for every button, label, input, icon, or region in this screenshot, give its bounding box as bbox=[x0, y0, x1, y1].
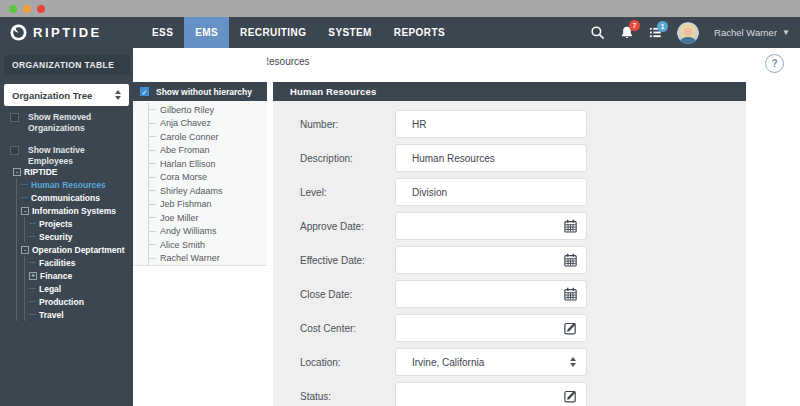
help-button[interactable]: ? bbox=[765, 54, 784, 73]
employee-name: Rachel Warner bbox=[160, 253, 220, 263]
nav-tab-system[interactable]: SYSTEM bbox=[317, 17, 383, 48]
employee-name: Carole Conner bbox=[160, 132, 219, 142]
tree-item-facilities[interactable]: Facilities bbox=[29, 256, 133, 269]
field-label-description: Description: bbox=[300, 153, 353, 164]
employee-item-harlan-ellison[interactable]: Harlan Ellison bbox=[149, 157, 267, 171]
employee-item-carole-conner[interactable]: Carole Conner bbox=[149, 130, 267, 144]
user-name: Rachel Warner bbox=[714, 27, 777, 38]
filter-show-without-hierarchy[interactable]: ✓ Show without hierarchy bbox=[133, 82, 267, 101]
field-label-close-date: Close Date: bbox=[300, 289, 352, 300]
employee-item-joe-miller[interactable]: Joe Miller bbox=[149, 211, 267, 225]
collapse-icon[interactable]: - bbox=[21, 246, 29, 254]
tree-item-label: Facilities bbox=[39, 258, 75, 268]
field-row-description: Description:Human Resources bbox=[273, 144, 746, 172]
calendar-icon[interactable] bbox=[563, 253, 578, 268]
nav-tab-recruiting[interactable]: RECRUITING bbox=[229, 17, 317, 48]
organization-view-select[interactable]: Organization Tree bbox=[4, 84, 129, 106]
nav-tab-reports[interactable]: REPORTS bbox=[383, 17, 456, 48]
employee-item-shirley-adaams[interactable]: Shirley Adaams bbox=[149, 184, 267, 198]
brand-name: RIPTIDE bbox=[33, 25, 102, 40]
tree-item-label: Production bbox=[39, 297, 84, 307]
employee-item-cora-morse[interactable]: Cora Morse bbox=[149, 171, 267, 185]
tree-item-legal[interactable]: Legal bbox=[29, 282, 133, 295]
tree-item-riptide[interactable]: -RIPTIDE bbox=[13, 165, 133, 178]
checkbox-unchecked-icon[interactable] bbox=[10, 146, 19, 155]
input-number[interactable]: HR bbox=[395, 110, 587, 138]
input-cost-center[interactable] bbox=[395, 314, 587, 342]
tree-node: Travel bbox=[29, 308, 133, 321]
tree-item-finance[interactable]: +Finance bbox=[29, 269, 133, 282]
employee-item-gilberto-riley[interactable]: Gilberto Riley bbox=[149, 103, 267, 117]
field-label-status: Status: bbox=[300, 391, 331, 402]
window-light-green[interactable] bbox=[9, 5, 17, 13]
sidebar-title: ORGANIZATION TABLE bbox=[4, 55, 130, 75]
input-approve-date[interactable] bbox=[395, 212, 587, 240]
field-value: Division bbox=[412, 187, 447, 198]
tree-node: Facilities bbox=[29, 256, 133, 269]
nav-tab-ems[interactable]: EMS bbox=[184, 17, 229, 48]
tree-item-label: Finance bbox=[40, 271, 72, 281]
select-arrows-icon bbox=[570, 357, 576, 367]
search-icon[interactable] bbox=[590, 25, 605, 40]
employee-list: Gilberto RileyAnja ChavezCarole ConnerAb… bbox=[148, 103, 267, 265]
window-light-red[interactable] bbox=[37, 5, 45, 13]
tree-item-communications[interactable]: Communications bbox=[21, 191, 133, 204]
window-titlebar bbox=[0, 0, 800, 17]
tree-item-production[interactable]: Production bbox=[29, 295, 133, 308]
field-value: Irvine, California bbox=[412, 357, 484, 368]
employee-item-jeb-fishman[interactable]: Jeb Fishman bbox=[149, 198, 267, 212]
edit-icon[interactable] bbox=[563, 321, 578, 336]
field-label-cost-center: Cost Center: bbox=[300, 323, 356, 334]
tree-item-human-resources[interactable]: Human Resources bbox=[21, 178, 133, 191]
employee-item-andy-williams[interactable]: Andy Williams bbox=[149, 225, 267, 239]
main-content: RIPTIDE › Human Resources ? ORGANIZATION… bbox=[0, 48, 800, 406]
checkbox-checked-icon[interactable]: ✓ bbox=[140, 87, 149, 96]
filter-label: Show without hierarchy bbox=[156, 87, 252, 97]
tree-item-operation-deptartment[interactable]: -Operation Deptartment bbox=[21, 243, 133, 256]
employee-item-alice-smith[interactable]: Alice Smith bbox=[149, 238, 267, 252]
employee-panel: ✓ Show without hierarchy Gilberto RileyA… bbox=[133, 48, 267, 406]
calendar-icon[interactable] bbox=[563, 219, 578, 234]
employee-item-anja-chavez[interactable]: Anja Chavez bbox=[149, 117, 267, 131]
input-close-date[interactable] bbox=[395, 280, 587, 308]
employee-list-container: Gilberto RileyAnja ChavezCarole ConnerAb… bbox=[133, 101, 267, 266]
collapse-icon[interactable]: - bbox=[13, 168, 21, 176]
employee-item-abe-froman[interactable]: Abe Froman bbox=[149, 144, 267, 158]
employee-item-rachel-warner[interactable]: Rachel Warner bbox=[149, 252, 267, 266]
field-row-close-date: Close Date: bbox=[273, 280, 746, 308]
organization-view-select-value: Organization Tree bbox=[12, 90, 92, 101]
tree-item-label: RIPTIDE bbox=[24, 167, 58, 177]
filter-show-removed-organizations[interactable]: Show Removed Organizations bbox=[10, 112, 120, 133]
tree-item-travel[interactable]: Travel bbox=[29, 308, 133, 321]
collapse-icon[interactable]: - bbox=[21, 207, 29, 215]
notification-count-badge: 7 bbox=[629, 20, 640, 31]
user-menu[interactable]: Rachel Warner ▼ bbox=[714, 27, 790, 38]
checkbox-unchecked-icon[interactable] bbox=[10, 113, 19, 122]
expand-icon[interactable]: + bbox=[29, 272, 37, 280]
calendar-icon[interactable] bbox=[563, 287, 578, 302]
filter-label: Show Removed Organizations bbox=[28, 112, 120, 133]
tree-item-label: Human Resources bbox=[31, 180, 106, 190]
notifications-bell-icon[interactable]: 7 bbox=[620, 25, 634, 40]
input-level[interactable]: Division bbox=[395, 178, 587, 206]
tree-node: Security bbox=[29, 230, 133, 243]
tree-item-information-systems[interactable]: -Information Systems bbox=[21, 204, 133, 217]
employee-name: Alice Smith bbox=[160, 240, 205, 250]
input-status[interactable] bbox=[395, 382, 587, 406]
field-label-number: Number: bbox=[300, 119, 338, 130]
employee-name: Shirley Adaams bbox=[160, 186, 223, 196]
user-avatar[interactable] bbox=[677, 22, 699, 44]
select-location[interactable]: Irvine, California bbox=[395, 348, 587, 376]
window-light-yellow[interactable] bbox=[23, 5, 31, 13]
tree-item-security[interactable]: Security bbox=[29, 230, 133, 243]
edit-icon[interactable] bbox=[563, 389, 578, 404]
tree-item-projects[interactable]: Projects bbox=[29, 217, 133, 230]
filter-show-inactive-employees[interactable]: Show Inactive Employees bbox=[10, 145, 120, 166]
top-navbar: RIPTIDE ESSEMSRECRUITINGSYSTEMREPORTS 7 bbox=[0, 17, 800, 48]
nav-tab-ess[interactable]: ESS bbox=[141, 17, 184, 48]
field-row-approve-date: Approve Date: bbox=[273, 212, 746, 240]
app-logo[interactable]: RIPTIDE bbox=[10, 24, 102, 41]
input-description[interactable]: Human Resources bbox=[395, 144, 587, 172]
tasks-list-icon[interactable]: 1 bbox=[649, 26, 662, 39]
input-effective-date[interactable] bbox=[395, 246, 587, 274]
